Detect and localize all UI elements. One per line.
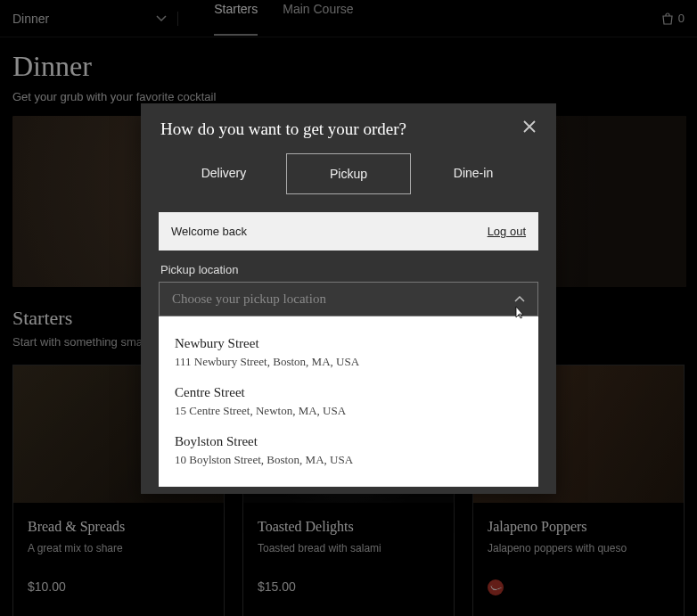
option-name: Newbury Street [175,336,522,351]
location-option[interactable]: Newbury Street 111 Newbury Street, Bosto… [159,329,538,378]
modal-title: How do you want to get your order? [160,119,406,139]
method-toggle: Delivery Pickup Dine-in [141,150,556,207]
pickup-location-select[interactable]: Choose your pickup location [159,282,538,316]
welcome-bar: Welcome back Log out [159,212,538,251]
option-name: Centre Street [175,385,522,400]
location-option[interactable]: Centre Street 15 Centre Street, Newton, … [159,378,538,427]
order-method-modal: How do you want to get your order? Deliv… [141,103,556,494]
pickup-location-label: Pickup location [141,263,556,276]
welcome-text: Welcome back [171,225,247,238]
logout-link[interactable]: Log out [488,225,526,238]
location-option[interactable]: Boylston Street 10 Boylston Street, Bost… [159,427,538,476]
chevron-up-icon [514,296,525,303]
method-pickup[interactable]: Pickup [286,153,411,194]
method-delivery[interactable]: Delivery [161,153,286,194]
location-options: Newbury Street 111 Newbury Street, Bosto… [159,316,538,487]
option-address: 111 Newbury Street, Boston, MA, USA [175,355,522,369]
close-icon[interactable] [522,119,537,134]
option-name: Boylston Street [175,434,522,449]
select-placeholder: Choose your pickup location [172,292,326,307]
option-address: 10 Boylston Street, Boston, MA, USA [175,453,522,467]
cursor-icon [512,305,527,321]
option-address: 15 Centre Street, Newton, MA, USA [175,404,522,418]
method-dinein[interactable]: Dine-in [411,153,536,194]
